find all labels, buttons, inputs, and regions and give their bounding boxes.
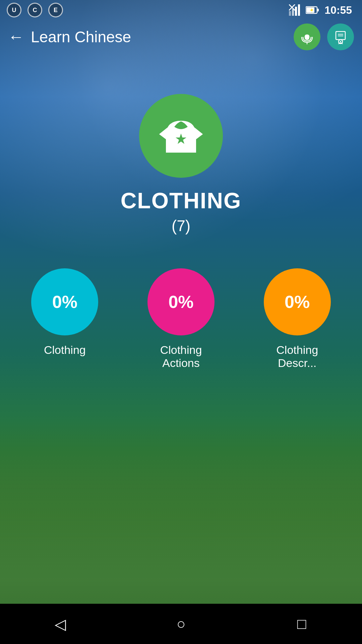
- status-icon-c-label: C: [33, 7, 37, 14]
- svg-rect-7: [317, 9, 319, 11]
- clothing-title: CLOTHING: [121, 188, 242, 213]
- svg-rect-1: [292, 9, 294, 16]
- status-bar: U C E 10:55: [0, 0, 362, 20]
- clothing-icon-circle[interactable]: [139, 94, 223, 178]
- page-title: Learn Chinese: [31, 28, 294, 46]
- bottom-nav: ◁ ○ □: [0, 604, 362, 644]
- clothing-count: (7): [172, 217, 190, 235]
- certificate-icon: [333, 30, 348, 44]
- main-content: CLOTHING (7): [0, 54, 362, 268]
- svg-rect-0: [289, 11, 291, 16]
- tshirt-icon: [159, 116, 203, 156]
- status-icon-e: E: [48, 3, 63, 17]
- mic-icon: [300, 30, 314, 44]
- clothing-progress-text: 0%: [52, 292, 77, 312]
- status-icon-e-label: E: [54, 7, 58, 14]
- top-nav: ← Learn Chinese: [0, 20, 362, 54]
- home-nav-button[interactable]: ○: [161, 610, 201, 637]
- svg-point-15: [340, 41, 341, 42]
- back-button[interactable]: ←: [8, 29, 24, 45]
- status-icon-u: U: [7, 3, 21, 17]
- svg-rect-3: [298, 4, 300, 16]
- clothing-descriptions-label: Clothing Descr...: [264, 343, 331, 370]
- status-bar-left: U C E: [7, 3, 63, 17]
- clothing-actions-label: Clothing Actions: [147, 343, 215, 370]
- clock-time: 10:55: [324, 4, 352, 16]
- recents-nav-button[interactable]: □: [282, 610, 322, 637]
- back-nav-button[interactable]: ◁: [40, 610, 80, 637]
- status-bar-right: 10:55: [289, 4, 352, 16]
- status-icon-c: C: [27, 3, 42, 17]
- back-nav-icon: ◁: [55, 615, 66, 633]
- mic-button[interactable]: [294, 23, 320, 50]
- home-nav-icon: ○: [177, 615, 186, 632]
- battery-icon: [306, 5, 319, 15]
- svg-rect-2: [295, 7, 297, 16]
- signal-icon: [289, 4, 300, 16]
- clothing-actions-progress-text: 0%: [168, 292, 193, 312]
- status-icon-u-label: U: [12, 7, 16, 14]
- clothing-descriptions-progress-text: 0%: [285, 292, 310, 312]
- svg-rect-8: [306, 7, 314, 13]
- recents-nav-icon: □: [297, 615, 306, 632]
- nav-icons: [294, 23, 354, 50]
- clothing-label: Clothing: [44, 343, 86, 357]
- certificate-button[interactable]: [327, 23, 354, 50]
